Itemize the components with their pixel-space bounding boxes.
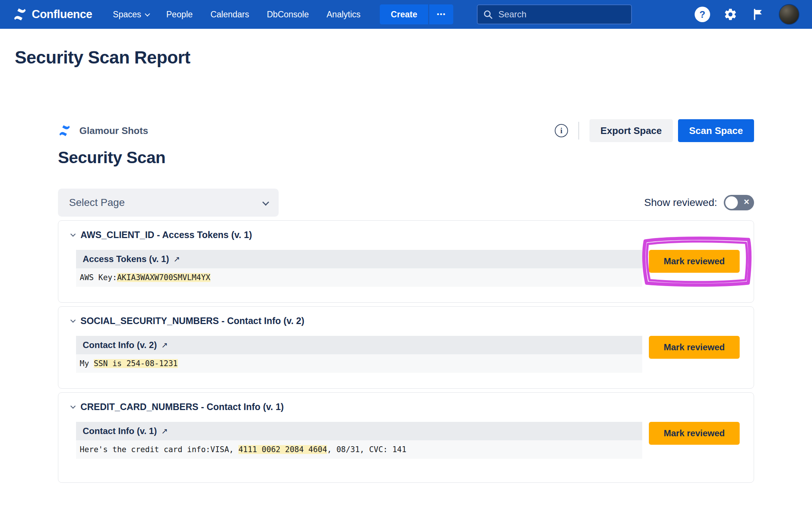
source-page-link[interactable]: Contact Info (v. 1) ↗ <box>83 426 168 436</box>
source-bar: Contact Info (v. 1) ↗ <box>76 422 642 440</box>
source-page-link[interactable]: Contact Info (v. 2) ↗ <box>83 340 168 350</box>
finding-detail: Access Tokens (v. 1) ↗ AWS Key:AKIA3WAXW… <box>76 250 642 287</box>
nav-item-analytics[interactable]: Analytics <box>327 10 361 20</box>
nav-item-people[interactable]: People <box>166 10 193 20</box>
section-heading: Security Scan <box>58 148 754 167</box>
create-more-button[interactable]: ••• <box>429 4 453 24</box>
create-button-group: Create ••• <box>380 4 454 24</box>
finding-card-aws-client-id: AWS_CLIENT_ID - Access Tokens (v. 1) Acc… <box>58 220 754 303</box>
source-page-link[interactable]: Access Tokens (v. 1) ↗ <box>83 254 180 264</box>
finding-content: My SSN is 254-08-1231 <box>76 354 642 373</box>
source-bar: Access Tokens (v. 1) ↗ <box>76 250 642 268</box>
show-reviewed-toggle[interactable]: ✕ <box>724 195 754 210</box>
content-prefix: Here's the credit card info:VISA, <box>80 445 238 454</box>
content-prefix: My <box>80 359 94 368</box>
space-header-row: Glamour Shots i Export Space Scan Space <box>58 119 754 142</box>
filter-row: Select Page Show reviewed: ✕ <box>58 189 754 217</box>
export-space-button[interactable]: Export Space <box>589 119 673 142</box>
nav-item-dbconsole[interactable]: DbConsole <box>267 10 309 20</box>
finding-content: Here's the credit card info:VISA, 4111 0… <box>76 440 642 459</box>
confluence-logo-icon <box>13 7 27 22</box>
source-page-label: Access Tokens (v. 1) <box>83 254 169 264</box>
nav-item-label: People <box>166 10 193 20</box>
space-actions: i Export Space Scan Space <box>555 119 754 142</box>
toggle-off-icon: ✕ <box>743 197 750 206</box>
source-page-label: Contact Info (v. 1) <box>83 426 157 436</box>
sensitive-highlight: AKIA3WAXW700SMVLM4YX <box>117 273 210 282</box>
content-prefix: AWS Key: <box>80 273 117 282</box>
nav-item-label: Analytics <box>327 10 361 20</box>
search-box <box>477 4 632 24</box>
finding-detail: Contact Info (v. 1) ↗ Here's the credit … <box>76 422 642 459</box>
card-title-row: CREDIT_CARD_NUMBERS - Contact Info (v. 1… <box>70 402 740 412</box>
mark-reviewed-button[interactable]: Mark reviewed <box>649 250 740 273</box>
card-title-row: AWS_CLIENT_ID - Access Tokens (v. 1) <box>70 230 740 240</box>
external-link-icon: ↗ <box>161 427 168 436</box>
finding-card-social-security-numbers: SOCIAL_SECURITY_NUMBERS - Contact Info (… <box>58 306 754 389</box>
collapse-chevron-icon[interactable] <box>70 403 76 409</box>
nav-items: Spaces People Calendars DbConsole Analyt… <box>113 10 361 20</box>
toggle-knob <box>725 196 738 209</box>
chevron-down-icon <box>262 199 269 205</box>
user-avatar[interactable] <box>779 4 799 25</box>
select-page-dropdown[interactable]: Select Page <box>58 189 279 217</box>
show-reviewed-label: Show reviewed: <box>644 197 717 209</box>
external-link-icon: ↗ <box>161 341 168 350</box>
nav-item-calendars[interactable]: Calendars <box>210 10 249 20</box>
collapse-chevron-icon[interactable] <box>70 317 76 323</box>
brand-name: Confluence <box>32 8 92 21</box>
top-nav: Confluence Spaces People Calendars DbCon… <box>0 0 812 29</box>
source-page-label: Contact Info (v. 2) <box>83 340 157 350</box>
search-input[interactable] <box>477 4 632 24</box>
collapse-chevron-icon[interactable] <box>70 231 76 237</box>
finding-row: Access Tokens (v. 1) ↗ AWS Key:AKIA3WAXW… <box>76 250 740 287</box>
mark-reviewed-wrap: Mark reviewed <box>649 422 740 445</box>
space-logo-icon <box>58 124 71 137</box>
mark-reviewed-wrap: Mark reviewed <box>649 336 740 359</box>
finding-title: CREDIT_CARD_NUMBERS - Contact Info (v. 1… <box>80 402 284 412</box>
show-reviewed-control: Show reviewed: ✕ <box>644 195 754 210</box>
finding-row: Contact Info (v. 2) ↗ My SSN is 254-08-1… <box>76 336 740 373</box>
nav-item-spaces[interactable]: Spaces <box>113 10 149 20</box>
settings-gear-icon[interactable] <box>723 7 738 22</box>
flag-icon[interactable] <box>751 7 766 22</box>
nav-item-label: Spaces <box>113 10 141 20</box>
confluence-brand[interactable]: Confluence <box>13 7 92 22</box>
scan-space-button[interactable]: Scan Space <box>678 119 754 142</box>
info-icon[interactable]: i <box>555 124 568 137</box>
page-title: Security Scan Report <box>15 47 812 68</box>
nav-right-icons: ? <box>695 4 799 25</box>
finding-row: Contact Info (v. 1) ↗ Here's the credit … <box>76 422 740 459</box>
help-icon[interactable]: ? <box>695 7 710 22</box>
source-bar: Contact Info (v. 2) ↗ <box>76 336 642 354</box>
nav-item-label: Calendars <box>210 10 249 20</box>
finding-title: SOCIAL_SECURITY_NUMBERS - Contact Info (… <box>80 316 304 326</box>
finding-card-credit-card-numbers: CREDIT_CARD_NUMBERS - Contact Info (v. 1… <box>58 392 754 483</box>
external-link-icon: ↗ <box>173 255 180 264</box>
chevron-down-icon <box>145 11 150 17</box>
vertical-divider <box>578 122 579 140</box>
sensitive-highlight: SSN is 254-08-1231 <box>94 359 178 368</box>
main-content: Glamour Shots i Export Space Scan Space … <box>58 119 754 483</box>
mark-reviewed-button[interactable]: Mark reviewed <box>649 336 740 359</box>
card-title-row: SOCIAL_SECURITY_NUMBERS - Contact Info (… <box>70 316 740 326</box>
mark-reviewed-wrap: Mark reviewed <box>649 250 740 273</box>
search-icon <box>483 9 493 20</box>
nav-item-label: DbConsole <box>267 10 309 20</box>
create-button[interactable]: Create <box>380 4 429 24</box>
space-identity: Glamour Shots <box>58 124 148 137</box>
mark-reviewed-button[interactable]: Mark reviewed <box>649 422 740 445</box>
finding-content: AWS Key:AKIA3WAXW700SMVLM4YX <box>76 268 642 287</box>
select-page-label: Select Page <box>69 197 125 209</box>
content-suffix: , 08/31, CVC: 141 <box>327 445 406 454</box>
space-name-link[interactable]: Glamour Shots <box>79 125 148 137</box>
finding-title: AWS_CLIENT_ID - Access Tokens (v. 1) <box>80 230 252 240</box>
finding-detail: Contact Info (v. 2) ↗ My SSN is 254-08-1… <box>76 336 642 373</box>
sensitive-highlight: 4111 0062 2084 4604 <box>238 445 327 454</box>
